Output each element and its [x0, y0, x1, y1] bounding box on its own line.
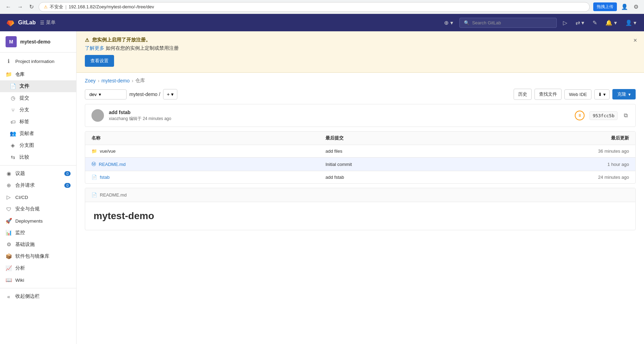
- security-label: 不安全: [50, 4, 63, 10]
- sidebar-item-analytics[interactable]: 📈 分析: [0, 262, 76, 274]
- search-bar[interactable]: 🔍 Search GitLab: [459, 18, 557, 28]
- project-name: mytest-demo: [20, 39, 50, 45]
- sidebar-item-merge-requests[interactable]: ⊕ 合并请求 0: [0, 179, 76, 191]
- notification-subtitle: 了解更多 如何在您的实例上定制或禁用注册: [85, 45, 636, 51]
- sidebar-item-cicd[interactable]: ▷ CI/CD: [0, 191, 76, 203]
- download-icon: ⬇: [598, 92, 602, 97]
- sidebar-label-branches: 分支: [19, 107, 29, 113]
- download-button[interactable]: ⬇ ▾: [594, 89, 610, 99]
- web-ide-button[interactable]: Web IDE: [564, 89, 591, 99]
- graph-icon: ◈: [10, 142, 16, 149]
- tags-icon: 🏷: [10, 119, 16, 125]
- clone-button[interactable]: 克隆 ▾: [612, 89, 636, 99]
- sidebar-item-commits[interactable]: ◷ 提交: [0, 92, 76, 104]
- gitlab-logo-icon: [6, 18, 15, 27]
- repository-icon: 📁: [6, 71, 12, 78]
- col-updated: 最后更新: [560, 135, 629, 141]
- profile-button[interactable]: 👤: [620, 2, 629, 11]
- file-name-text: fstab: [100, 175, 110, 180]
- gitlab-header: GitLab ☰ 菜单 ⊕ ▾ 🔍 Search GitLab ▷ ⇄ ▾ ✎ …: [0, 14, 644, 31]
- commits-icon: ◷: [10, 95, 16, 101]
- sidebar-item-tags[interactable]: 🏷 标签: [0, 116, 76, 128]
- sidebar-project-header: M mytest-demo: [0, 31, 76, 53]
- table-row[interactable]: 📄 fstab add fstab 24 minutes ago: [85, 171, 635, 183]
- sidebar-item-collapse[interactable]: « 收起侧边栏: [0, 290, 76, 302]
- file-table-header: 名称 最后提交 最后更新: [85, 131, 635, 145]
- table-row[interactable]: 📁 vue/vue add files 36 minutes ago: [85, 145, 635, 158]
- file-link-fstab[interactable]: 📄 fstab: [91, 175, 325, 180]
- sidebar-item-compare[interactable]: ⇆ 比较: [0, 151, 76, 163]
- sidebar-item-issues[interactable]: ◉ 议题 0: [0, 168, 76, 179]
- col-commit: 最后提交: [325, 135, 560, 141]
- close-notification-button[interactable]: ×: [633, 37, 637, 44]
- file-commit-fstab: add fstab: [325, 175, 560, 180]
- back-button[interactable]: ←: [4, 2, 13, 11]
- breadcrumb-zoey[interactable]: Zoey: [85, 78, 96, 83]
- notification-suffix: 如何在您的实例上定制或禁用注册: [106, 45, 179, 51]
- contributors-icon: 👥: [10, 130, 16, 137]
- hamburger-icon: ☰: [40, 20, 45, 25]
- copy-hash-button[interactable]: ⧉: [622, 111, 629, 120]
- security-warning: ⚠: [44, 5, 48, 9]
- sidebar-item-contributors[interactable]: 👥 贡献者: [0, 128, 76, 139]
- add-file-button[interactable]: + ▾: [163, 89, 177, 99]
- notification-link[interactable]: 了解更多: [85, 45, 104, 51]
- infrastructure-icon: ⚙: [6, 241, 12, 248]
- upload-button[interactable]: 拖拽上传: [593, 2, 617, 11]
- breadcrumb: Zoey › mytest-demo › 仓库: [77, 73, 644, 89]
- browser-actions: 拖拽上传 👤 ⚙: [593, 2, 640, 11]
- gitlab-logo[interactable]: GitLab: [6, 18, 36, 27]
- merge-requests-button[interactable]: ⇄ ▾: [573, 18, 586, 27]
- view-settings-button[interactable]: 查看设置: [85, 55, 114, 67]
- repo-toolbar: dev ▾ mytest-demo / + ▾ 历史 查找文件 Web IDE …: [77, 89, 644, 104]
- sidebar-item-monitor[interactable]: 📊 监控: [0, 227, 76, 239]
- sidebar-label-security: 安全与合规: [15, 206, 40, 212]
- breadcrumb-sep-2: ›: [132, 78, 134, 83]
- sidebar-item-security[interactable]: 🛡 安全与合规: [0, 203, 76, 215]
- commit-action: 编辑于: [129, 116, 143, 121]
- address-bar[interactable]: ⚠ 不安全 | 192.168.1.82/Zoey/mytest-demo/-/…: [39, 2, 590, 12]
- sidebar-item-graph[interactable]: ◈ 分支图: [0, 139, 76, 151]
- sidebar-label-packages: 软件包与镜像库: [15, 253, 49, 259]
- file-name-text: README.md: [99, 162, 126, 167]
- find-file-button[interactable]: 查找文件: [534, 89, 562, 100]
- breadcrumb-mytest-demo[interactable]: mytest-demo: [102, 78, 130, 83]
- plus-icon: +: [167, 91, 170, 97]
- settings-button[interactable]: ⚙: [632, 2, 640, 11]
- sidebar-item-infrastructure[interactable]: ⚙ 基础设施: [0, 239, 76, 250]
- sidebar-label-compare: 比较: [19, 154, 29, 160]
- warning-icon: ⚠: [85, 37, 89, 43]
- path-sep: /: [159, 91, 160, 97]
- file-commit-vue: add files: [325, 149, 560, 154]
- sidebar-item-packages[interactable]: 📦 软件包与镜像库: [0, 250, 76, 262]
- table-row[interactable]: Ⓜ README.md Initial commit 1 hour ago: [85, 158, 635, 171]
- wiki-icon: 📖: [6, 277, 12, 283]
- sidebar-item-deployments[interactable]: 🚀 Deployments: [0, 215, 76, 227]
- sidebar-item-repository[interactable]: 📁 仓库: [0, 67, 76, 80]
- user-avatar-button[interactable]: 👤 ▾: [623, 18, 638, 27]
- commit-message: add fstab: [109, 110, 570, 115]
- sidebar-item-wiki[interactable]: 📖 Wiki: [0, 274, 76, 286]
- commit-hash: 953fcc5b: [589, 111, 618, 120]
- notifications-button[interactable]: 🔔 ▾: [603, 18, 619, 27]
- history-button[interactable]: 历史: [514, 89, 532, 100]
- file-link-readme[interactable]: Ⓜ README.md: [91, 161, 325, 167]
- menu-button[interactable]: ☰ 菜单: [40, 19, 56, 26]
- create-button[interactable]: ⊕ ▾: [442, 18, 455, 27]
- branch-name: dev: [89, 92, 97, 97]
- sidebar-item-project-info[interactable]: ℹ Project information: [0, 55, 76, 67]
- file-link-vue[interactable]: 📁 vue/vue: [91, 149, 325, 154]
- forward-button[interactable]: →: [16, 2, 24, 11]
- sidebar-item-files[interactable]: 📄 文件: [0, 80, 76, 92]
- sidebar: M mytest-demo ℹ Project information 📁 仓库…: [0, 31, 77, 344]
- edit-button[interactable]: ✎: [590, 18, 599, 27]
- sidebar-label-files: 文件: [19, 83, 29, 89]
- refresh-button[interactable]: ↻: [28, 2, 35, 11]
- path-display: mytest-demo /: [129, 91, 160, 97]
- commit-time: 24 minutes ago: [143, 116, 171, 121]
- sidebar-divider-1: [0, 165, 76, 166]
- sidebar-item-branches[interactable]: ⑂ 分支: [0, 104, 76, 116]
- folder-icon: 📁: [91, 149, 97, 154]
- code-review-button[interactable]: ▷: [561, 18, 569, 27]
- branch-selector[interactable]: dev ▾: [85, 89, 127, 99]
